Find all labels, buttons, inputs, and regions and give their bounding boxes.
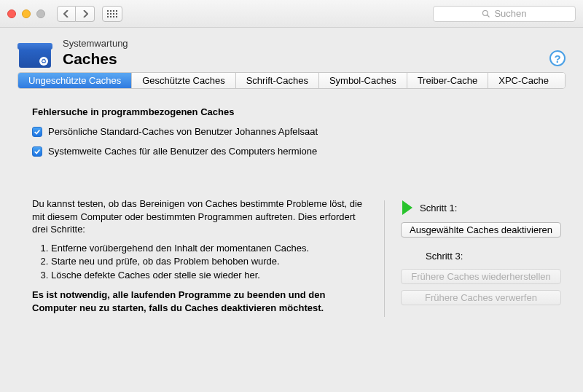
window: Suchen ♻ Systemwartung Caches ? Ungeschü… (0, 0, 583, 392)
lower-section: Du kannst testen, ob das Bereinigen von … (32, 197, 561, 320)
step-label: Schritt 1: (420, 203, 457, 213)
info-warning: Es ist notwendig, alle laufenden Program… (32, 289, 368, 314)
tab-symbol-caches[interactable]: Symbol-Caches (319, 73, 407, 88)
checkbox-personal[interactable] (32, 127, 42, 137)
search-input[interactable]: Suchen (433, 6, 576, 22)
list-item: Entferne vorübergehend den Inhalt der mo… (51, 242, 368, 255)
restore-caches-button: Frühere Caches wiederherstellen (401, 269, 561, 284)
close-button[interactable] (7, 9, 16, 18)
checkbox-label: Systemweite Caches für alle Benutzer des… (48, 146, 317, 157)
check-icon (34, 148, 41, 155)
caches-icon: ♻ (17, 42, 52, 68)
tab-font-caches[interactable]: Schrift-Caches (236, 73, 319, 88)
step-3-label: Schritt 3: (426, 251, 561, 262)
info-text: Du kannst testen, ob das Bereinigen von … (32, 197, 368, 320)
header-subtitle: Systemwartung (63, 38, 566, 49)
svg-point-0 (483, 10, 488, 15)
tab-xpc-cache[interactable]: XPC-Cache (488, 73, 565, 88)
minimize-button[interactable] (22, 9, 31, 18)
list-item: Starte neu und prüfe, ob das Problem beh… (51, 255, 368, 268)
info-intro: Du kannst testen, ob das Bereinigen von … (32, 197, 368, 236)
back-button[interactable] (57, 6, 76, 22)
grid-icon (107, 10, 117, 17)
checkbox-label: Persönliche Standard-Caches von Benutzer… (48, 126, 318, 137)
traffic-lights (7, 9, 45, 18)
step-1: Schritt 1: (402, 200, 561, 215)
tab-unprotected-caches[interactable]: Ungeschützte Caches (18, 73, 132, 88)
nav-buttons (57, 6, 95, 22)
chevron-right-icon (82, 10, 88, 17)
chevron-left-icon (63, 10, 69, 17)
play-icon (402, 200, 412, 215)
content: Fehlersuche in programmbezogenen Caches … (0, 89, 583, 392)
checkbox-row-system: Systemweite Caches für alle Benutzer des… (32, 146, 561, 157)
help-button[interactable]: ? (549, 50, 566, 66)
checkbox-row-personal: Persönliche Standard-Caches von Benutzer… (32, 126, 561, 137)
check-icon (34, 128, 41, 136)
tab-driver-cache[interactable]: Treiber-Cache (407, 73, 489, 88)
section-title: Fehlersuche in programmbezogenen Caches (32, 106, 561, 117)
search-placeholder: Suchen (494, 8, 526, 19)
info-list: Entferne vorübergehend den Inhalt der mo… (51, 242, 368, 282)
tabs: Ungeschützte Caches Geschützte Caches Sc… (17, 72, 566, 89)
checkbox-system[interactable] (32, 146, 42, 157)
search-icon (482, 9, 490, 18)
deactivate-caches-button[interactable]: Ausgewählte Caches deaktivieren (401, 222, 561, 238)
steps-panel: Schritt 1: Ausgewählte Caches deaktivier… (401, 197, 561, 320)
header-text: Systemwartung Caches (63, 38, 566, 68)
svg-line-1 (488, 15, 490, 17)
show-all-button[interactable] (102, 6, 122, 22)
header: ♻ Systemwartung Caches ? (0, 28, 583, 72)
forward-button[interactable] (76, 6, 95, 22)
list-item: Lösche defekte Caches oder stelle sie wi… (51, 269, 368, 282)
tab-protected-caches[interactable]: Geschützte Caches (132, 73, 235, 88)
titlebar: Suchen (0, 0, 583, 28)
divider (384, 200, 385, 317)
discard-caches-button: Frühere Caches verwerfen (401, 290, 561, 305)
zoom-button (36, 9, 45, 18)
page-title: Caches (63, 50, 566, 68)
